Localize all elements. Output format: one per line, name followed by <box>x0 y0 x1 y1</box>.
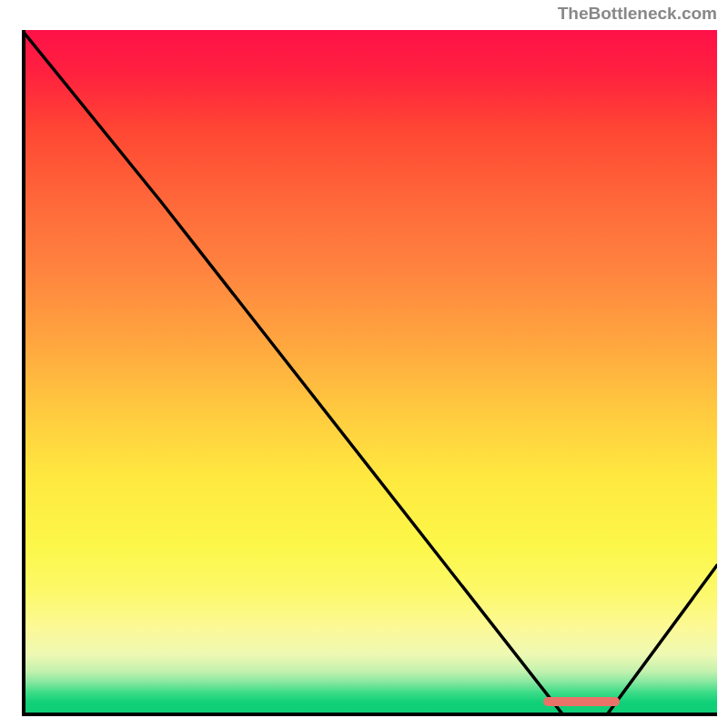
attribution-text: TheBottleneck.com <box>558 4 717 24</box>
chart-plot-area <box>22 30 717 716</box>
optimal-range-marker <box>543 697 620 706</box>
chart-container: TheBottleneck.com <box>0 0 728 728</box>
bottleneck-line <box>22 30 717 716</box>
line-chart-svg <box>22 30 717 716</box>
